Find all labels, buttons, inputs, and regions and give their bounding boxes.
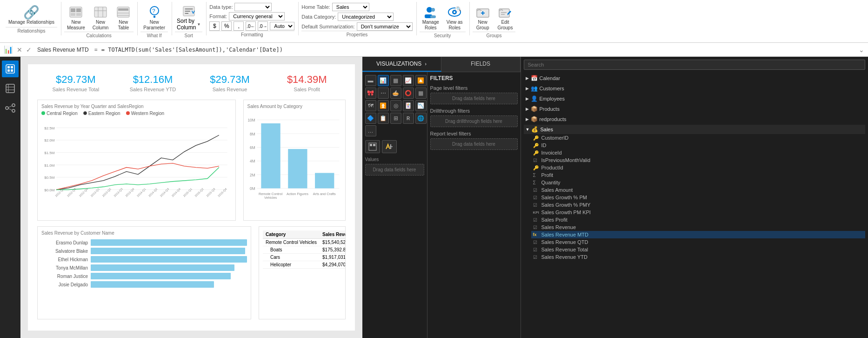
field-item-profit[interactable]: Σ Profit (531, 171, 866, 179)
field-item-quantity[interactable]: Σ Quantity (531, 179, 866, 186)
home-table-dropdown[interactable]: Sales (332, 3, 369, 11)
currency-button[interactable]: $ (209, 21, 220, 31)
sort-group-label: Sort (175, 32, 202, 40)
viz-slicer[interactable]: 🔷 (365, 113, 376, 124)
field-item-invoiceid[interactable]: 🔑 InvoiceId (531, 149, 866, 156)
new-group-icon (475, 5, 490, 20)
viz-format-icon[interactable] (382, 140, 397, 153)
values-drop-zone[interactable]: Drag data fields here (365, 164, 424, 176)
field-item-sales-growth-pm[interactable]: ☑ Sales Growth % PM (531, 194, 866, 201)
nav-data-button[interactable] (2, 80, 19, 97)
nav-model-button[interactable] (2, 100, 19, 116)
viz-fields-icon[interactable] (365, 140, 380, 153)
field-item-sales-revenue-total[interactable]: ☑ Sales Revenue Total (531, 246, 866, 253)
ribbon-group-whatif: ? NewParameter What If (139, 2, 172, 35)
field-group-header-employees[interactable]: ▶ 👤 Employees (524, 94, 866, 103)
drillthrough-drop-zone[interactable]: Drag drillthrough fields here (430, 115, 518, 127)
formula-expand-button[interactable]: ⌄ (859, 46, 864, 54)
formula-input[interactable] (101, 47, 855, 53)
field-group-header-sales[interactable]: ▼ 💰 Sales (524, 125, 866, 134)
field-item-sales-revenue[interactable]: ☑ Sales Revenue (531, 223, 866, 231)
viz-scatter[interactable]: ⋯ (378, 88, 389, 99)
formatting-controls: Data type: Format: Currency general $ % … (209, 2, 294, 31)
viz-donut[interactable]: ⭕ (403, 88, 414, 99)
field-group-header-customers[interactable]: ▶ 👥 Customers (524, 84, 866, 93)
svg-rect-2 (76, 8, 81, 12)
viz-card[interactable]: 🃏 (403, 100, 414, 111)
hbar-row-5: Josie Delgado (41, 281, 247, 288)
field-item-productid[interactable]: 🔑 ProductId (531, 164, 866, 171)
view-as-roles-button[interactable]: 🔍 View asRoles (444, 4, 466, 32)
viz-table[interactable]: 📋 (378, 113, 389, 124)
viz-globe[interactable]: 🌐 (415, 113, 427, 124)
field-group-header-calendar[interactable]: ▶ 📅 Calendar (524, 74, 866, 83)
viz-kpi[interactable]: 📉 (415, 100, 427, 111)
hbar-label-2: Ethel Hickman (41, 257, 88, 262)
new-column-button[interactable]: NewColumn (90, 4, 111, 32)
fields-search-input[interactable] (524, 60, 866, 70)
viz-icon-grid: ▬ 📊 ▦ 📈 🔼 🎀 ⋯ 🥧 ⭕ ▦ 🗺 ⏫ ◎ 🃏 📉 (365, 75, 424, 136)
increase-decimal-button[interactable]: .0→ (258, 21, 268, 31)
products-arrow-icon: ▶ (526, 107, 529, 111)
new-measure-button[interactable]: NewMeasure (64, 4, 88, 32)
percent-button[interactable]: % (221, 21, 232, 31)
edit-groups-icon (498, 5, 513, 20)
field-item-sales-revenue-mtd[interactable]: fx Sales Revenue MTD (531, 231, 866, 238)
viz-stacked-bar[interactable]: ▬ (365, 75, 376, 86)
svg-rect-36 (7, 66, 10, 68)
hbar-chart[interactable]: Sales Revenue by Customer Name Erasmo Du… (37, 226, 251, 319)
viz-matrix[interactable]: ⊞ (390, 113, 401, 124)
viz-100pct-bar[interactable]: ▦ (390, 75, 401, 86)
page-filters-drop-zone[interactable]: Drag data fields here (430, 93, 518, 104)
new-parameter-button[interactable]: ? NewParameter (140, 4, 168, 32)
field-item-sales-revenue-ytd[interactable]: ☑ Sales Revenue YTD (531, 253, 866, 261)
sales-profit-label: Sales Profit (541, 217, 568, 223)
auto-dropdown[interactable]: Auto (270, 22, 294, 30)
viz-more[interactable]: … (365, 125, 376, 136)
viz-line[interactable]: 📈 (403, 75, 414, 86)
manage-relationships-button[interactable]: 🔗 Manage Relationships (6, 4, 57, 26)
edit-groups-button[interactable]: EditGroups (495, 4, 516, 32)
field-item-sales-revenue-qtd[interactable]: ☑ Sales Revenue QTD (531, 238, 866, 246)
viz-gauge[interactable]: ◎ (390, 100, 401, 111)
sales-arrow-icon: ▼ (526, 127, 530, 132)
new-table-button[interactable]: NewTable (113, 4, 134, 32)
field-item-sales-growth-pmy[interactable]: ☑ Sales Growth % PMY (531, 201, 866, 209)
field-group-header-redproducts[interactable]: ▶ 📦 redproducts (524, 115, 866, 124)
viz-map[interactable]: 🗺 (365, 100, 376, 111)
viz-clustered-bar[interactable]: 📊 (378, 75, 389, 86)
field-item-ispreviousmonthvalid[interactable]: ☑ IsPreviousMonthValid (531, 156, 866, 164)
formula-confirm-button[interactable]: ✓ (26, 46, 32, 54)
viz-funnel[interactable]: ⏫ (378, 100, 389, 111)
comma-button[interactable]: , (234, 21, 244, 31)
sort-by-column-button[interactable]: Sort byColumn ▼ (175, 4, 202, 32)
viz-ribbon[interactable]: 🎀 (365, 88, 376, 99)
svg-text:2015-Q4: 2015-Q4 (217, 187, 227, 197)
field-item-sales-amount[interactable]: ☑ Sales Amount (531, 186, 866, 194)
profit-icon: Σ (533, 173, 540, 178)
field-item-id[interactable]: 🔑 ID (531, 142, 866, 149)
line-chart[interactable]: Sales Revenue by Year Quarter and SalesR… (37, 100, 236, 221)
bar-chart[interactable]: Sales Amount by Category 10M 8M 6M 4M 2M… (243, 100, 346, 221)
viz-r-visual[interactable]: R (403, 113, 414, 124)
nav-report-button[interactable] (2, 61, 19, 77)
fields-tab[interactable]: FIELDS (441, 57, 521, 72)
viz-area[interactable]: 🔼 (415, 75, 427, 86)
format-icons-row: $ % , .0← .0→ Auto (209, 21, 294, 31)
field-item-sales-growth-kpi[interactable]: KPI Sales Growth PM KPI (531, 209, 866, 216)
new-group-button[interactable]: NewGroup (473, 4, 493, 32)
manage-roles-button[interactable]: ManageRoles (420, 4, 442, 32)
field-item-sales-profit[interactable]: ☑ Sales Profit (531, 216, 866, 223)
field-item-customerid[interactable]: 🔑 CustomerID (531, 134, 866, 142)
data-category-dropdown[interactable]: Uncategorized (338, 13, 394, 21)
visualizations-tab[interactable]: VISUALIZATIONS › (362, 57, 441, 72)
field-group-header-products[interactable]: ▶ 📦 Products (524, 104, 866, 114)
data-type-dropdown[interactable] (234, 3, 272, 11)
report-filters-drop-zone[interactable]: Drag data fields here (430, 138, 518, 150)
viz-treemap[interactable]: ▦ (415, 88, 427, 99)
format-dropdown[interactable]: Currency general (229, 12, 285, 20)
decrease-decimal-button[interactable]: .0← (246, 21, 256, 31)
default-summarization-dropdown[interactable]: Don't summarize (357, 22, 413, 31)
viz-pie[interactable]: 🥧 (390, 88, 401, 99)
formula-cancel-button[interactable]: ✕ (17, 46, 22, 54)
